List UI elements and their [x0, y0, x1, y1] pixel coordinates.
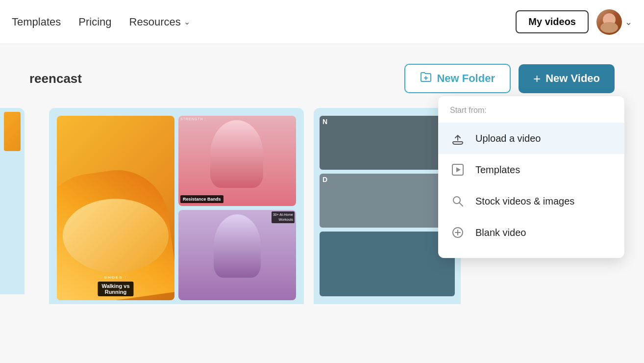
- new-video-button[interactable]: + New Video: [519, 64, 615, 93]
- templates-label: Templates: [475, 164, 520, 176]
- dropdown-templates-item[interactable]: Templates: [438, 154, 624, 185]
- peek-thumbnail-1: [4, 112, 21, 151]
- strength-label-1: STRENGTH :: [180, 117, 206, 121]
- svg-marker-5: [456, 167, 461, 172]
- thumbnail-shoe-large: SHOES : Walking vsRunning: [57, 116, 174, 300]
- user-avatar-container[interactable]: ⌄: [596, 9, 632, 35]
- upload-label: Upload a video: [475, 133, 541, 144]
- new-folder-icon: [420, 72, 432, 85]
- new-folder-button[interactable]: New Folder: [404, 64, 511, 93]
- left-peek-folder: [0, 108, 25, 294]
- dropdown-upload-item[interactable]: Upload a video: [438, 123, 624, 154]
- dropdown-stock-item[interactable]: Stock videos & images: [438, 185, 624, 217]
- new-folder-label: New Folder: [437, 72, 495, 85]
- thumbnail-resistance-1: STRENGTH : Resistance Bands: [178, 116, 296, 206]
- nav-pricing[interactable]: Pricing: [78, 16, 111, 28]
- dropdown-blank-item[interactable]: Blank video: [438, 217, 624, 248]
- search-icon: [450, 193, 466, 209]
- page-header: reencast New Folder + New Video: [0, 64, 644, 93]
- nav-resources[interactable]: Resources ⌄: [129, 16, 190, 28]
- avatar-chevron-icon: ⌄: [625, 17, 632, 27]
- new-video-label: New Video: [545, 72, 600, 85]
- shoe-category-label: SHOES :: [98, 275, 133, 280]
- my-videos-button[interactable]: My videos: [516, 10, 589, 33]
- dropdown-header: Start from:: [438, 106, 624, 123]
- right-thumb-2: D: [320, 174, 455, 228]
- avatar: [596, 9, 622, 35]
- right-thumb-1: N: [320, 116, 455, 170]
- main-nav: Templates Pricing Resources ⌄: [12, 16, 516, 28]
- shoe-title-label: Walking vsRunning: [98, 282, 133, 296]
- new-video-dropdown: Start from: Upload a video Templates: [438, 96, 624, 258]
- blank-label: Blank video: [475, 227, 526, 238]
- plus-icon: +: [533, 71, 541, 86]
- header: Templates Pricing Resources ⌄ My videos …: [0, 0, 644, 44]
- folder-card-1[interactable]: SHOES : Walking vsRunning STRENGTH : Res…: [49, 108, 304, 304]
- svg-line-7: [459, 203, 463, 206]
- resistance-label-1: Resistance Bands: [180, 195, 223, 203]
- main-content: reencast New Folder + New Video: [0, 44, 644, 363]
- thumbnail-workout: 30+ At-HomeWorkouts: [178, 210, 296, 300]
- templates-icon: [450, 162, 466, 178]
- action-buttons: New Folder + New Video: [404, 64, 615, 93]
- avatar-image: [596, 9, 622, 35]
- header-right: My videos ⌄: [516, 9, 632, 35]
- plus-circle-icon: [450, 225, 466, 240]
- page-title: reencast: [29, 71, 82, 86]
- svg-rect-2: [453, 141, 463, 142]
- right-thumb-3: [320, 232, 455, 296]
- upload-icon: [450, 130, 466, 146]
- stock-label: Stock videos & images: [475, 196, 574, 207]
- workout-badge: 30+ At-HomeWorkouts: [272, 211, 295, 223]
- resources-chevron-icon: ⌄: [184, 17, 190, 26]
- nav-templates[interactable]: Templates: [12, 16, 61, 28]
